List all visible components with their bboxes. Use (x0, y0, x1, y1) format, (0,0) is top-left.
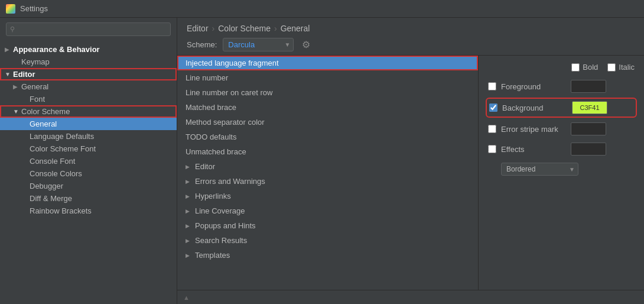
search-icon: ⚲ (10, 25, 15, 33)
list-item-label: Unmatched brace (186, 147, 246, 156)
bottom-indicator-text: ▲ (183, 294, 190, 301)
section-arrow-icon: ▶ (186, 208, 191, 214)
section-popups-hints[interactable]: ▶ Popups and Hints (177, 218, 478, 233)
arrow-icon: ▶ (5, 46, 13, 53)
title-bar-text: Settings (20, 4, 48, 13)
foreground-color-box[interactable] (571, 80, 606, 93)
sidebar-item-console-font[interactable]: Console Font (0, 155, 177, 167)
breadcrumb-editor: Editor (187, 24, 209, 33)
foreground-row: Foreground (488, 80, 635, 93)
section-search-results[interactable]: ▶ Search Results (177, 233, 478, 248)
list-item-label: Injected language fragment (186, 59, 279, 67)
section-errors-warnings[interactable]: ▶ Errors and Warnings (177, 174, 478, 189)
list-item-unmatched-brace[interactable]: Unmatched brace (177, 144, 478, 159)
section-arrow-icon: ▶ (186, 179, 191, 185)
sidebar-label: Console Colors (30, 169, 172, 178)
italic-label: Italic (619, 63, 635, 72)
background-checkbox[interactable] (489, 104, 497, 112)
effects-dropdown-select[interactable]: Bordered Underscored Bold Underscored Un… (501, 163, 578, 176)
scheme-row: Scheme: Darcula Default High Contrast ▼ … (187, 38, 635, 51)
sidebar: ⚲ ▶ Appearance & Behavior Keymap ▼ Edito… (0, 18, 177, 304)
error-stripe-label: Error stripe mark (501, 125, 566, 134)
list-item-matched-brace[interactable]: Matched brace (177, 100, 478, 115)
scheme-select[interactable]: Darcula Default High Contrast (223, 38, 294, 51)
bold-italic-row: Bold Italic (488, 63, 635, 72)
foreground-label: Foreground (501, 82, 566, 91)
list-item-line-number-caret[interactable]: Line number on caret row (177, 85, 478, 100)
error-stripe-row: Error stripe mark (488, 122, 635, 135)
bold-checkbox[interactable] (571, 63, 580, 72)
section-arrow-icon: ▶ (186, 223, 191, 229)
section-line-coverage[interactable]: ▶ Line Coverage (177, 203, 478, 218)
section-editor[interactable]: ▶ Editor (177, 159, 478, 174)
list-item-label: Line number on caret row (186, 88, 272, 97)
section-label: Hyperlinks (195, 192, 231, 200)
error-stripe-color-box[interactable] (571, 122, 606, 135)
scheme-dropdown-wrapper[interactable]: Darcula Default High Contrast ▼ (223, 38, 294, 51)
effects-color-box[interactable] (571, 143, 606, 156)
sidebar-item-keymap[interactable]: Keymap (0, 56, 177, 68)
section-arrow-icon: ▶ (186, 164, 191, 170)
sidebar-label: Appearance & Behavior (13, 45, 172, 54)
sidebar-label: General (21, 82, 172, 91)
sidebar-item-diff-merge[interactable]: Diff & Merge (0, 192, 177, 205)
foreground-checkbox[interactable] (488, 82, 496, 90)
sidebar-label: Language Defaults (30, 132, 172, 141)
sidebar-label: Font (30, 95, 172, 104)
sidebar-item-rainbow-brackets[interactable]: Rainbow Brackets (0, 205, 177, 217)
content-area: Editor › Color Scheme › General Scheme: … (177, 18, 644, 304)
arrow-icon: ▼ (13, 108, 21, 115)
section-label: Errors and Warnings (195, 177, 265, 186)
section-arrow-icon: ▶ (186, 193, 191, 199)
list-item-label: Line number (186, 73, 228, 82)
sidebar-item-general[interactable]: ▶ General (0, 80, 177, 93)
italic-checkbox[interactable] (607, 63, 616, 72)
split-panel: Injected language fragment Line number L… (177, 56, 644, 290)
effects-dropdown-row: Bordered Underscored Bold Underscored Un… (501, 163, 635, 176)
breadcrumb-sep-2: › (274, 24, 277, 33)
middle-list: Injected language fragment Line number L… (177, 56, 479, 290)
sidebar-item-general-sub[interactable]: General (0, 118, 177, 130)
section-label: Popups and Hints (195, 221, 256, 230)
list-item-todo[interactable]: TODO defaults (177, 130, 478, 144)
effects-checkbox[interactable] (488, 145, 496, 153)
error-stripe-checkbox[interactable] (488, 125, 496, 133)
background-label: Background (502, 104, 567, 112)
sidebar-item-color-scheme[interactable]: ▼ Color Scheme (0, 105, 177, 118)
gear-button[interactable]: ⚙ (300, 38, 313, 51)
italic-item: Italic (607, 63, 635, 72)
search-box[interactable]: ⚲ (6, 22, 171, 36)
background-color-box[interactable]: C3F41 (572, 101, 607, 114)
list-item-line-number[interactable]: Line number (177, 70, 478, 85)
search-input[interactable] (17, 25, 167, 34)
breadcrumb: Editor › Color Scheme › General (187, 24, 635, 33)
background-row: Background C3F41 (488, 100, 635, 115)
list-item-injected[interactable]: Injected language fragment (177, 56, 478, 70)
sidebar-item-appearance[interactable]: ▶ Appearance & Behavior (0, 43, 177, 56)
sidebar-item-color-scheme-font[interactable]: Color Scheme Font (0, 143, 177, 155)
sidebar-label: Editor (13, 70, 172, 79)
section-arrow-icon: ▶ (186, 253, 191, 258)
section-label: Search Results (195, 236, 247, 245)
app-icon (6, 4, 15, 14)
breadcrumb-general: General (281, 24, 310, 33)
sidebar-item-language-defaults[interactable]: Language Defaults (0, 130, 177, 143)
breadcrumb-sep-1: › (212, 24, 215, 33)
sidebar-label: Console Font (30, 157, 172, 166)
section-hyperlinks[interactable]: ▶ Hyperlinks (177, 189, 478, 203)
sidebar-label: Diff & Merge (30, 194, 172, 203)
bottom-bar: ▲ (177, 290, 644, 304)
sidebar-item-console-colors[interactable]: Console Colors (0, 167, 177, 180)
section-label: Line Coverage (195, 206, 245, 215)
sidebar-item-editor[interactable]: ▼ Editor (0, 68, 177, 80)
main-container: ⚲ ▶ Appearance & Behavior Keymap ▼ Edito… (0, 18, 644, 304)
list-item-label: Method separator color (186, 118, 265, 127)
effects-row: Effects (488, 143, 635, 156)
sidebar-label: Keymap (21, 57, 172, 66)
bold-label: Bold (583, 63, 598, 72)
section-templates[interactable]: ▶ Templates (177, 248, 478, 263)
sidebar-item-debugger[interactable]: Debugger (0, 180, 177, 192)
sidebar-item-font[interactable]: Font (0, 93, 177, 105)
sidebar-tree: ▶ Appearance & Behavior Keymap ▼ Editor … (0, 41, 177, 304)
list-item-method-separator[interactable]: Method separator color (177, 115, 478, 130)
